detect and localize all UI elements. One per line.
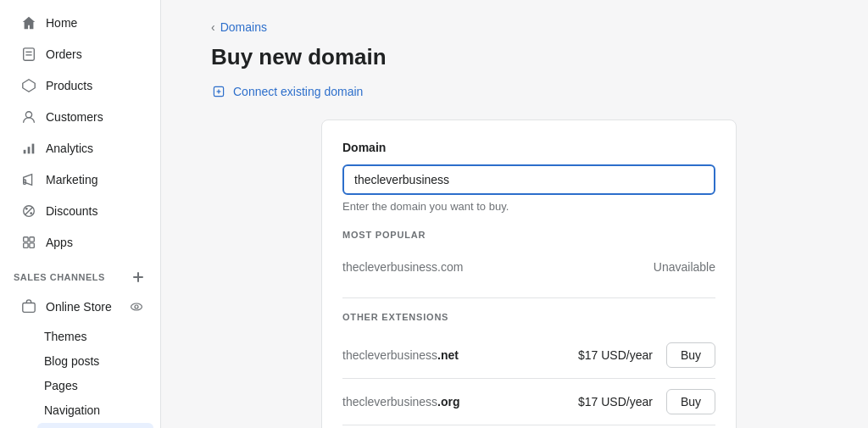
svg-marker-3	[23, 80, 35, 92]
home-icon	[20, 14, 37, 31]
sidebar-item-blog-posts[interactable]: Blog posts	[37, 349, 153, 373]
svg-rect-6	[28, 147, 31, 153]
connect-existing-domain-link[interactable]: Connect existing domain	[211, 84, 818, 99]
sidebar-item-orders[interactable]: Orders	[7, 39, 153, 69]
svg-rect-5	[24, 150, 26, 154]
most-popular-result: thecleverbusiness.com Unavailable	[342, 250, 715, 284]
svg-point-21	[135, 305, 138, 308]
online-store-actions	[126, 297, 147, 317]
extension-row-net: thecleverbusiness.net $17 USD/year Buy	[342, 332, 715, 379]
svg-rect-7	[32, 144, 35, 154]
sidebar-item-navigation[interactable]: Navigation	[37, 398, 153, 422]
svg-rect-16	[30, 243, 34, 247]
most-popular-label: MOST POPULAR	[342, 230, 715, 240]
main-content: ‹ Domains Buy new domain Connect existin…	[161, 0, 868, 428]
svg-point-20	[131, 303, 142, 310]
breadcrumb[interactable]: ‹ Domains	[211, 20, 818, 34]
extension-price-org: $17 USD/year	[578, 395, 653, 409]
svg-rect-19	[23, 303, 35, 313]
sidebar-item-marketing[interactable]: Marketing	[7, 164, 153, 195]
extension-price-row-net: $17 USD/year Buy	[578, 342, 715, 368]
sidebar-item-home[interactable]: Home	[7, 8, 153, 38]
domain-hint: Enter the domain you want to buy.	[342, 200, 715, 213]
sidebar-item-domains[interactable]: Domains	[37, 423, 153, 428]
extension-domain-org: thecleverbusiness.org	[342, 395, 460, 409]
domain-card: Domain Enter the domain you want to buy.…	[321, 120, 737, 428]
orders-icon	[20, 46, 37, 63]
most-popular-domain-name: thecleverbusiness.com	[342, 260, 463, 274]
most-popular-status: Unavailable	[654, 260, 715, 274]
svg-point-10	[30, 212, 32, 214]
sales-channels-header: SALES CHANNELS	[0, 258, 160, 289]
svg-rect-13	[24, 237, 28, 242]
extension-price-row-org: $17 USD/year Buy	[578, 389, 715, 414]
svg-rect-15	[24, 243, 28, 247]
online-store-children: Themes Blog posts Pages Navigation Domai…	[0, 325, 160, 428]
content-area: ‹ Domains Buy new domain Connect existin…	[184, 0, 845, 428]
svg-point-9	[25, 208, 28, 210]
svg-rect-14	[30, 237, 34, 242]
view-online-store-button[interactable]	[126, 297, 147, 317]
add-sales-channel-button[interactable]	[130, 269, 147, 286]
other-extensions-label: OTHER EXTENSIONS	[342, 312, 715, 322]
products-icon	[20, 77, 37, 94]
sidebar-item-themes[interactable]: Themes	[37, 325, 153, 348]
svg-point-4	[25, 112, 31, 118]
breadcrumb-chevron: ‹	[211, 20, 215, 34]
online-store-label: Online Store	[20, 298, 112, 315]
buy-button-org[interactable]: Buy	[666, 389, 715, 414]
page-title: Buy new domain	[211, 44, 818, 70]
buy-button-net[interactable]: Buy	[666, 342, 715, 368]
separator	[342, 297, 715, 298]
online-store-icon	[20, 298, 37, 315]
most-popular-section: MOST POPULAR thecleverbusiness.com Unava…	[342, 230, 715, 284]
sidebar-item-customers[interactable]: Customers	[7, 102, 153, 132]
other-extensions-section: OTHER EXTENSIONS thecleverbusiness.net $…	[342, 312, 715, 428]
extension-domain-net: thecleverbusiness.net	[342, 348, 459, 362]
sidebar-nav: Home Orders Products Customers	[0, 0, 160, 428]
sidebar-item-analytics[interactable]: Analytics	[7, 133, 153, 164]
connect-domain-icon	[211, 84, 226, 99]
marketing-icon	[20, 171, 37, 188]
domain-field-label: Domain	[342, 141, 715, 154]
domain-input[interactable]	[342, 164, 715, 195]
extension-row-org: thecleverbusiness.org $17 USD/year Buy	[342, 379, 715, 425]
sidebar-item-pages[interactable]: Pages	[37, 374, 153, 397]
sidebar-item-apps[interactable]: Apps	[7, 227, 153, 258]
discounts-icon	[20, 203, 37, 220]
sidebar-item-products[interactable]: Products	[7, 70, 153, 101]
sidebar-item-discounts[interactable]: Discounts	[7, 196, 153, 226]
extension-price-net: $17 USD/year	[578, 348, 653, 362]
apps-icon	[20, 234, 37, 251]
online-store-row[interactable]: Online Store	[7, 290, 153, 324]
svg-rect-0	[24, 48, 35, 60]
sidebar: Home Orders Products Customers	[0, 0, 161, 428]
analytics-icon	[20, 140, 37, 157]
customers-icon	[20, 108, 37, 125]
